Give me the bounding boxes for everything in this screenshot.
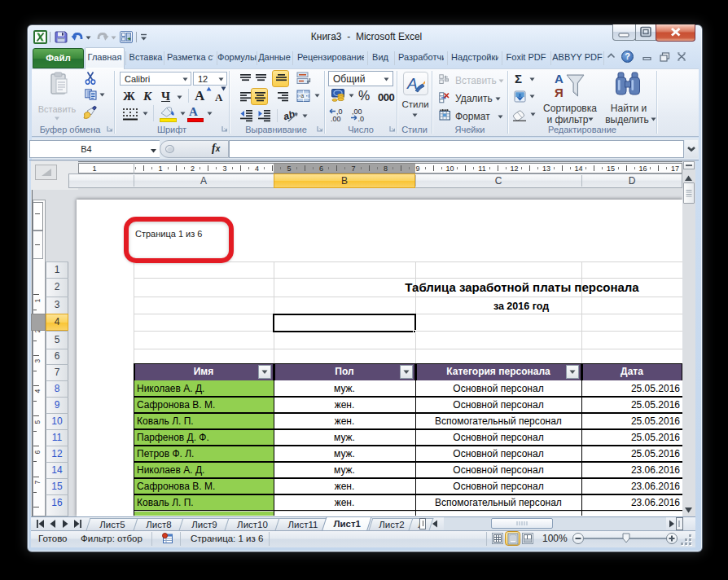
- svg-text:Я: Я: [555, 86, 564, 99]
- svg-text:А: А: [555, 72, 564, 86]
- svg-text:,00: ,00: [331, 115, 341, 122]
- svg-text:,0: ,0: [358, 115, 365, 122]
- svg-text:a: a: [301, 93, 305, 99]
